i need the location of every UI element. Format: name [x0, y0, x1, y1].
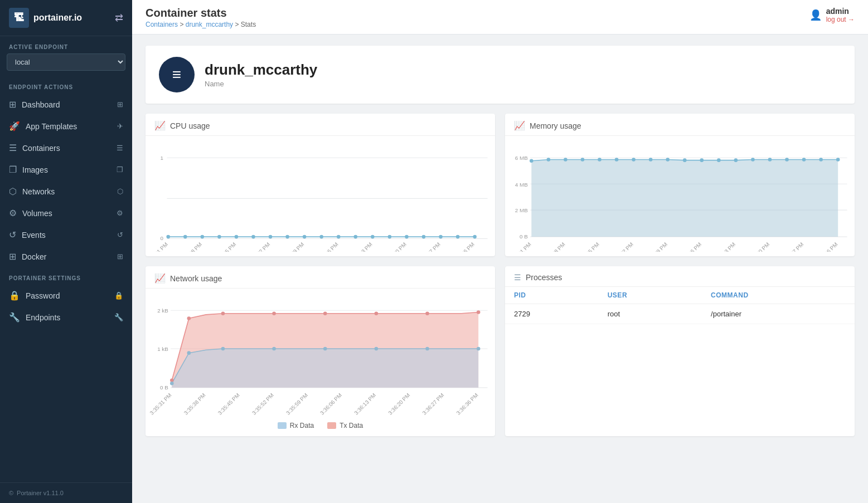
svg-point-85	[375, 312, 379, 316]
svg-point-45	[564, 158, 568, 162]
sidebar-item-password[interactable]: 🔒 Password 🔒	[0, 285, 132, 306]
svg-point-20	[422, 235, 426, 239]
memory-chart-card: 📈 Memory usage 6 MB 4 MB 2 MB 0 B	[505, 114, 855, 256]
sidebar-item-label: Docker	[22, 252, 46, 261]
svg-text:0: 0	[161, 235, 164, 241]
svg-point-12	[285, 235, 289, 239]
svg-point-52	[683, 158, 687, 162]
svg-text:3:36:36 PM: 3:36:36 PM	[814, 241, 838, 252]
breadcrumb-container-name[interactable]: drunk_mccarthy	[186, 21, 233, 28]
svg-point-19	[405, 235, 409, 239]
sidebar-item-docker[interactable]: ⊞ Docker ⊞	[0, 246, 132, 267]
logo-text: portainer.io	[33, 13, 82, 23]
svg-text:3:36:20 PM: 3:36:20 PM	[387, 392, 411, 416]
sidebar-item-label: Volumes	[22, 209, 52, 218]
transfer-icon[interactable]: ⇄	[115, 12, 123, 24]
svg-point-61	[836, 158, 840, 162]
container-label: Name	[205, 80, 317, 88]
sidebar-item-networks[interactable]: ⬡ Networks ⬡	[0, 180, 132, 202]
networks-icon: ⬡	[9, 186, 17, 197]
sidebar-item-app-templates[interactable]: 🚀 App Templates ✈	[0, 115, 132, 137]
content-area: ≡ drunk_mccarthy Name 📈 CPU usage 1	[132, 35, 868, 503]
sidebar-footer: © Portainer v1.11.0	[0, 482, 132, 503]
svg-text:1 kB: 1 kB	[157, 346, 168, 353]
sidebar-item-label: App Templates	[26, 122, 77, 131]
logout-link[interactable]: log out →	[826, 16, 855, 23]
containers-icon: ☰	[9, 143, 17, 153]
images-icon: ❐	[9, 164, 17, 175]
legend-tx-label: Tx Data	[340, 422, 363, 429]
svg-point-57	[768, 158, 772, 162]
svg-text:3:36:36 PM: 3:36:36 PM	[455, 392, 479, 416]
user-area: 👤 admin log out →	[809, 7, 855, 23]
svg-point-16	[354, 235, 358, 239]
memory-chart-svg: 6 MB 4 MB 2 MB 0 B	[510, 143, 850, 252]
svg-point-90	[221, 347, 225, 351]
sidebar-item-dashboard[interactable]: ⊞ Dashboard ⊞	[0, 94, 132, 115]
cpu-chart-body: 1 0	[146, 136, 495, 256]
events-nav-icon: ↺	[117, 231, 123, 239]
processes-title: Processes	[526, 273, 562, 282]
col-command: COMMAND	[702, 287, 855, 304]
svg-text:3:36:06 PM: 3:36:06 PM	[678, 241, 702, 252]
dashboard-icon: ⊞	[9, 99, 16, 110]
charts-grid: 📈 CPU usage 1 0	[146, 114, 855, 436]
svg-point-91	[272, 347, 276, 351]
endpoint-select[interactable]: local	[7, 53, 125, 71]
svg-point-89	[187, 351, 191, 355]
svg-point-43	[530, 159, 534, 163]
svg-text:3:36:13 PM: 3:36:13 PM	[353, 392, 377, 416]
svg-point-58	[785, 158, 789, 162]
svg-text:3:35:38 PM: 3:35:38 PM	[542, 241, 566, 252]
svg-point-10	[251, 235, 255, 239]
username: admin	[826, 7, 855, 16]
svg-point-21	[439, 235, 443, 239]
svg-text:3:36:36 PM: 3:36:36 PM	[452, 241, 476, 252]
svg-point-53	[700, 158, 704, 162]
sidebar-item-label: Images	[22, 165, 48, 174]
cpu-chart-card: 📈 CPU usage 1 0	[146, 114, 495, 256]
endpoints-icon: 🔧	[9, 312, 20, 323]
svg-text:3:35:38 PM: 3:35:38 PM	[179, 241, 203, 252]
svg-point-59	[802, 158, 806, 162]
docker-nav-icon: ⊞	[117, 252, 123, 261]
active-endpoint-label: ACTIVE ENDPOINT	[0, 36, 132, 53]
svg-point-11	[269, 235, 273, 239]
svg-point-7	[201, 235, 205, 239]
svg-point-18	[388, 235, 392, 239]
cell-command: /portainer	[702, 304, 855, 324]
sidebar-item-images[interactable]: ❐ Images ❐	[0, 159, 132, 180]
svg-text:6 MB: 6 MB	[515, 155, 528, 161]
svg-text:4 MB: 4 MB	[515, 182, 528, 188]
docker-icon: ⊞	[9, 251, 16, 262]
svg-text:3:36:13 PM: 3:36:13 PM	[712, 241, 736, 252]
svg-text:3:35:31 PM: 3:35:31 PM	[150, 392, 173, 416]
logo: 🏗 portainer.io	[9, 8, 82, 28]
sidebar-item-endpoints[interactable]: 🔧 Endpoints 🔧	[0, 306, 132, 328]
breadcrumb-containers[interactable]: Containers	[146, 21, 178, 28]
sidebar-item-events[interactable]: ↺ Events ↺	[0, 224, 132, 246]
svg-point-51	[666, 158, 670, 162]
svg-text:3:35:59 PM: 3:35:59 PM	[644, 241, 668, 252]
network-chart-svg: 2 kB 1 kB 0 B	[150, 295, 491, 417]
svg-point-13	[303, 235, 307, 239]
svg-text:3:35:59 PM: 3:35:59 PM	[281, 241, 305, 252]
legend-rx-swatch	[278, 422, 287, 429]
svg-text:3:35:52 PM: 3:35:52 PM	[247, 241, 271, 252]
avatar-icon: ≡	[172, 66, 181, 84]
memory-chart-header: 📈 Memory usage	[505, 114, 855, 136]
sidebar-item-containers[interactable]: ☰ Containers ☰	[0, 137, 132, 159]
sidebar-item-label: Containers	[22, 144, 60, 153]
svg-point-9	[235, 235, 239, 239]
legend-tx: Tx Data	[327, 422, 363, 429]
svg-point-95	[477, 347, 481, 351]
dashboard-nav-icon: ⊞	[117, 100, 123, 109]
svg-text:3:35:45 PM: 3:35:45 PM	[217, 392, 241, 416]
processes-icon: ☰	[514, 273, 521, 282]
legend-tx-swatch	[327, 422, 336, 429]
svg-point-17	[371, 235, 375, 239]
sidebar-item-volumes[interactable]: ⚙ Volumes ⚙	[0, 202, 132, 224]
svg-text:3:35:31 PM: 3:35:31 PM	[510, 241, 532, 252]
page-title: Container stats	[146, 7, 256, 19]
svg-point-44	[547, 158, 551, 162]
